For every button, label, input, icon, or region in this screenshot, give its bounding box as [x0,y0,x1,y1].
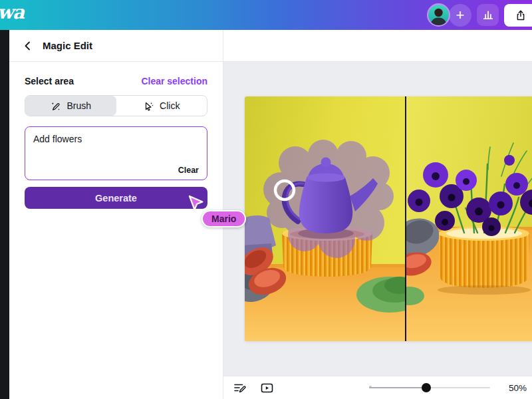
zoom-level-label: 50% [509,383,527,393]
before-after-image [245,96,532,341]
brush-tool-label: Brush [66,100,91,111]
collapsed-side-rail[interactable] [0,30,9,399]
app-window: wa + [0,0,532,399]
share-button[interactable]: Share [504,4,532,27]
design-canvas[interactable] [223,62,532,376]
click-tool-label: Click [160,100,180,111]
editor-main: 50% [223,30,532,399]
zoom-slider[interactable] [369,383,490,392]
back-chevron-icon [23,41,33,51]
panel-title: Magic Edit [43,40,92,51]
topbar-actions: + Share [427,3,532,27]
click-tool-button[interactable]: Click [116,96,207,116]
share-upload-icon [515,9,527,21]
notes-icon [233,382,247,394]
canva-logo: wa [0,1,24,23]
back-button[interactable] [21,39,35,53]
add-member-button[interactable]: + [449,4,471,27]
collaborator-name-badge: Mario [201,210,246,227]
bottom-bar: 50% [223,376,532,399]
analytics-icon [481,9,495,22]
magic-edit-panel: Magic Edit Select area Clear selection B… [9,30,223,399]
magic-edit-artboard[interactable] [245,96,532,341]
prompt-input[interactable]: Add flowers Clear [25,126,207,180]
top-bar: wa + [0,0,532,30]
avatar[interactable] [427,3,450,27]
selection-tool-toggle: Brush Click [25,95,207,116]
plus-icon: + [456,7,465,24]
clear-selection-button[interactable]: Clear selection [141,76,207,86]
zoom-slider-fill [369,387,426,388]
present-icon [260,382,274,394]
panel-header: Magic Edit [9,30,223,62]
brush-tool-button[interactable]: Brush [25,96,116,116]
avatar-photo [428,5,449,25]
prompt-text: Add flowers [33,134,82,144]
present-button[interactable] [259,380,275,396]
prompt-clear-button[interactable]: Clear [178,166,199,175]
click-cursor-icon [143,100,154,112]
notes-button[interactable] [232,380,248,396]
analytics-button[interactable] [477,4,499,26]
select-area-label: Select area [25,76,74,86]
generate-button[interactable]: Generate [25,187,207,209]
zoom-slider-thumb[interactable] [422,383,431,392]
toolbar-strip [223,30,532,62]
brush-icon [50,100,61,112]
